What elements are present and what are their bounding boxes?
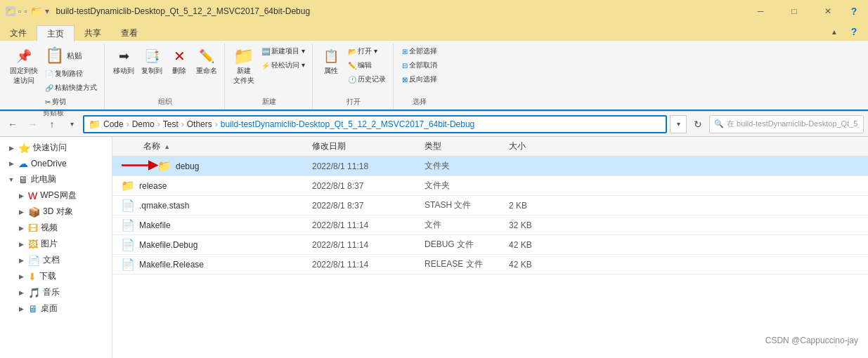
- table-row[interactable]: 📄 Makefile.Release 2022/8/1 11:14 RELEAS…: [112, 255, 868, 274]
- sidebar-item-music[interactable]: ▶ 🎵 音乐: [0, 284, 112, 300]
- ribbon-collapse-button[interactable]: ▲: [826, 22, 843, 41]
- sidebar-item-pictures[interactable]: ▶ 🖼 图片: [0, 236, 112, 252]
- table-row[interactable]: 📄 Makefile 2022/8/1 11:14 文件 32 KB: [112, 216, 868, 235]
- sidebar-item-3d[interactable]: ▶ 📦 3D 对象: [0, 204, 112, 220]
- sidebar-item-documents[interactable]: ▶ 📄 文档: [0, 252, 112, 268]
- file-icon: 📄: [121, 258, 135, 271]
- search-icon: 🔍: [714, 119, 724, 128]
- watermark: CSDN @Cappuccino-jay: [765, 336, 858, 345]
- sidebar-item-onedrive[interactable]: ▶ ☁ OneDrive: [0, 156, 112, 171]
- pictures-label: 图片: [41, 238, 58, 250]
- title-bar-minimize-icon: ▫: [18, 6, 21, 16]
- title-bar-arrow-icon: ▾: [45, 6, 49, 16]
- sidebar-item-downloads[interactable]: ▶ ⬇ 下载: [0, 268, 112, 284]
- new-folder-icon: 📁: [234, 46, 254, 66]
- forward-button[interactable]: →: [24, 116, 41, 133]
- delete-icon: ✕: [169, 46, 189, 66]
- ribbon-group-clipboard: 📌 固定到快速访问 📋 粘贴 📄 复制路径 🔗 粘贴快捷方式: [3, 44, 105, 110]
- expand-icon: ▶: [17, 305, 25, 313]
- delete-button[interactable]: ✕ 删除: [167, 45, 192, 77]
- pin-to-quick-access-button[interactable]: 📌 固定到快速访问: [7, 45, 41, 87]
- properties-button[interactable]: 📋 属性: [318, 45, 344, 77]
- 3d-icon: 📦: [28, 206, 40, 218]
- maximize-button[interactable]: □: [778, 0, 810, 22]
- refresh-button[interactable]: ↻: [689, 115, 706, 133]
- ribbon-group-open: 📋 属性 📂 打开 ▾ ✏️ 编辑 🕐 历史记录: [314, 44, 394, 110]
- copy-to-button[interactable]: 📑 复制到: [138, 45, 165, 77]
- sidebar-item-video[interactable]: ▶ 🎞 视频: [0, 220, 112, 236]
- documents-icon: 📄: [28, 255, 40, 266]
- file-icon: 📄: [121, 199, 135, 212]
- table-row[interactable]: 📁 release 2022/8/1 8:37 文件夹: [112, 176, 868, 196]
- sidebar-item-quick-access[interactable]: ▶ ⭐ 快速访问: [0, 140, 112, 156]
- col-date[interactable]: 修改日期: [312, 140, 425, 152]
- address-dropdown-button[interactable]: ▾: [670, 115, 687, 133]
- paste-shortcut-button[interactable]: 🔗 粘贴快捷方式: [42, 81, 100, 94]
- col-name[interactable]: 名称 ▲: [115, 140, 312, 152]
- organize-label: 组织: [158, 97, 172, 108]
- minimize-button[interactable]: ─: [744, 0, 777, 22]
- tab-home[interactable]: 主页: [37, 25, 75, 41]
- ribbon-group-organize: ➡ 移动到 📑 复制到 ✕ 删除 ✏️ 重命名 组织: [106, 44, 225, 110]
- file-name-text: Makefile.Debug: [139, 240, 197, 250]
- help-button[interactable]: ?: [846, 0, 862, 22]
- ribbon-group-new: 📁 新建文件夹 🆕 新建项目 ▾ ⚡ 轻松访问 ▾ 新建: [226, 44, 313, 110]
- sort-icon: ▲: [164, 143, 170, 150]
- open-button[interactable]: 📂 打开 ▾: [345, 45, 389, 58]
- window-icon: 📁: [6, 6, 15, 16]
- sidebar-item-desktop[interactable]: ▶ 🖥 桌面: [0, 300, 112, 317]
- invert-selection-icon: ⊠: [402, 76, 408, 84]
- file-size-makefile-debug: 42 KB: [509, 240, 565, 250]
- easy-access-button[interactable]: ⚡ 轻松访问 ▾: [259, 59, 308, 72]
- new-folder-button[interactable]: 📁 新建文件夹: [231, 45, 257, 87]
- title-bar-pin-icon: ▫: [24, 6, 27, 16]
- up-button[interactable]: ↑: [44, 116, 60, 133]
- nav-bar: ← → ↑ ▾ 📁 Code › Demo › Test › Others › …: [0, 112, 868, 137]
- table-row[interactable]: 📄 Makefile.Debug 2022/8/1 11:14 DEBUG 文件…: [112, 235, 868, 255]
- paste-icon: 📋: [45, 46, 64, 65]
- open-right: 📂 打开 ▾ ✏️ 编辑 🕐 历史记录: [345, 45, 389, 86]
- back-button[interactable]: ←: [4, 116, 21, 133]
- tab-share[interactable]: 共享: [75, 25, 111, 41]
- 3d-label: 3D 对象: [43, 206, 73, 218]
- breadcrumb-demo[interactable]: Demo: [132, 119, 155, 129]
- col-type[interactable]: 类型: [425, 140, 509, 152]
- breadcrumb-current[interactable]: build-testDynamiclib-Desktop_Qt_5_12_2_M…: [221, 119, 475, 129]
- table-row[interactable]: 📁 debug 2022/8/1 11:18 文件夹: [112, 157, 868, 176]
- close-button[interactable]: ✕: [812, 0, 844, 22]
- select-content: ⊞ 全部选择 ⊟ 全部取消 ⊠ 反向选择: [399, 45, 440, 97]
- recent-locations-button[interactable]: ▾: [63, 116, 80, 133]
- edit-button[interactable]: ✏️ 编辑: [345, 59, 389, 72]
- tab-view[interactable]: 查看: [111, 25, 148, 41]
- paste-button[interactable]: 📋 粘贴: [42, 45, 100, 66]
- rename-button[interactable]: ✏️ 重命名: [193, 45, 220, 77]
- deselect-all-button[interactable]: ⊟ 全部取消: [399, 59, 440, 72]
- col-size[interactable]: 大小: [509, 140, 565, 152]
- search-placeholder: 在 build-testDynamiclib-Desktop_Qt_5_12_2…: [727, 119, 859, 129]
- ribbon-help-button[interactable]: ?: [846, 22, 862, 41]
- breadcrumb-test[interactable]: Test: [163, 119, 179, 129]
- invert-selection-button[interactable]: ⊠ 反向选择: [399, 73, 440, 86]
- new-item-button[interactable]: 🆕 新建项目 ▾: [259, 45, 308, 58]
- address-bar[interactable]: 📁 Code › Demo › Test › Others › build-te…: [83, 115, 667, 133]
- breadcrumb-code[interactable]: Code: [103, 119, 124, 129]
- file-name-release: 📁 release: [115, 179, 312, 192]
- breadcrumb-others[interactable]: Others: [187, 119, 212, 129]
- expand-icon: ▶: [17, 192, 25, 200]
- search-bar[interactable]: 🔍 在 build-testDynamiclib-Desktop_Qt_5_12…: [709, 115, 864, 133]
- main-content: ▶ ⭐ 快速访问 ▶ ☁ OneDrive ▼ 🖥 此电脑 ▶ W WPS网盘 …: [0, 137, 868, 358]
- table-row[interactable]: 📄 .qmake.stash 2022/8/1 8:37 STASH 文件 2 …: [112, 196, 868, 216]
- history-button[interactable]: 🕐 历史记录: [345, 73, 389, 86]
- file-date-makefile-release: 2022/8/1 11:14: [312, 260, 425, 270]
- copy-path-button[interactable]: 📄 复制路径: [42, 67, 100, 80]
- this-pc-label: 此电脑: [31, 173, 56, 185]
- tab-file[interactable]: 文件: [0, 25, 37, 41]
- file-date-release: 2022/8/1 8:37: [312, 181, 425, 191]
- expand-icon: ▶: [17, 240, 25, 248]
- breadcrumb: Code › Demo › Test › Others › build-test…: [103, 119, 474, 129]
- move-to-button[interactable]: ➡ 移动到: [110, 45, 137, 77]
- cut-button[interactable]: ✂ 剪切: [42, 95, 100, 108]
- select-all-button[interactable]: ⊞ 全部选择: [399, 45, 440, 58]
- sidebar-item-wps[interactable]: ▶ W WPS网盘: [0, 187, 112, 204]
- sidebar-item-this-pc[interactable]: ▼ 🖥 此电脑: [0, 171, 112, 187]
